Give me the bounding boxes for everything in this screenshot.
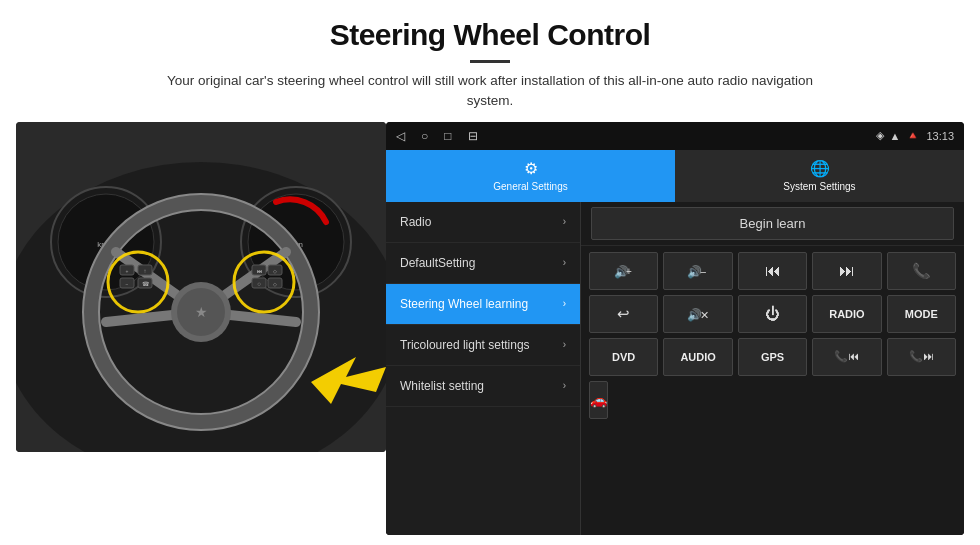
svg-text:◇: ◇ [273,268,277,274]
back-nav-btn[interactable]: ◁ [396,129,405,143]
menu-item-steering-label: Steering Wheel learning [400,297,563,311]
menu-item-whitelist-label: Whitelist setting [400,379,563,393]
begin-learn-row: Begin learn [581,202,964,246]
menu-nav-btn[interactable]: ⊟ [468,129,478,143]
mute-btn[interactable]: 🔊✕ [663,295,732,333]
status-icons: ◈ ▲ 🔺 13:13 [876,129,954,142]
tab-general-label: General Settings [493,181,568,192]
menu-item-default-label: DefaultSetting [400,256,563,270]
steering-wheel-image: km/h rpm [16,122,386,452]
svg-text:◇: ◇ [273,281,277,287]
page-container: Steering Wheel Control Your original car… [0,0,980,545]
tab-bar: ⚙ General Settings 🌐 System Settings [386,150,964,202]
phone-btn[interactable]: 📞 [887,252,956,290]
wifi-icon: 🔺 [906,129,920,142]
phone-prev-btn[interactable]: 📞⏮ [812,338,881,376]
menu-item-radio[interactable]: Radio › [386,202,580,243]
svg-text:☎: ☎ [142,281,150,287]
content-area: km/h rpm [0,122,980,546]
right-panel: Begin learn 🔊+ 🔊− [581,202,964,536]
next-track-btn[interactable]: ⏭ [812,252,881,290]
nav-buttons: ◁ ○ □ ⊟ [396,129,478,143]
device-screen: ◁ ○ □ ⊟ ◈ ▲ 🔺 13:13 ⚙ General Settings [386,122,964,536]
status-bar: ◁ ○ □ ⊟ ◈ ▲ 🔺 13:13 [386,122,964,150]
chevron-icon-radio: › [563,216,566,227]
menu-item-radio-label: Radio [400,215,563,229]
begin-learn-button[interactable]: Begin learn [591,207,954,240]
title-divider [470,60,510,63]
vol-up-btn[interactable]: 🔊+ [589,252,658,290]
tab-system-settings[interactable]: 🌐 System Settings [675,150,964,202]
svg-text:○: ○ [257,281,261,287]
home-nav-btn[interactable]: ○ [421,129,428,143]
phone-next-btn[interactable]: 📞⏭ [887,338,956,376]
menu-list: Radio › DefaultSetting › Steering Wheel … [386,202,581,536]
svg-text:★: ★ [195,304,208,320]
menu-item-tricoloured-label: Tricoloured light settings [400,338,563,352]
tab-system-label: System Settings [783,181,855,192]
control-row-2: ↩ 🔊✕ ⏻ RADIO MO [589,295,956,333]
svg-text:−: − [700,266,706,278]
tab-general-settings[interactable]: ⚙ General Settings [386,150,675,202]
svg-text:↑: ↑ [144,268,147,274]
return-btn[interactable]: ↩ [589,295,658,333]
svg-text:+: + [626,266,632,277]
header-section: Steering Wheel Control Your original car… [0,0,980,122]
system-settings-icon: 🌐 [810,159,830,178]
prev-track-btn[interactable]: ⏮ [738,252,807,290]
control-grid: 🔊+ 🔊− ⏮ ⏭ 📞 [581,246,964,425]
audio-btn[interactable]: AUDIO [663,338,732,376]
svg-text:⏮: ⏮ [257,268,262,274]
clock: 13:13 [926,130,954,142]
menu-item-default-setting[interactable]: DefaultSetting › [386,243,580,284]
menu-item-whitelist[interactable]: Whitelist setting › [386,366,580,407]
chevron-icon-default: › [563,257,566,268]
gps-btn[interactable]: GPS [738,338,807,376]
mode-btn[interactable]: MODE [887,295,956,333]
svg-text:✕: ✕ [700,309,709,321]
screen-body: Radio › DefaultSetting › Steering Wheel … [386,202,964,536]
control-row-1: 🔊+ 🔊− ⏮ ⏭ 📞 [589,252,956,290]
control-row-4: 🚗 [589,381,956,419]
page-subtitle: Your original car's steering wheel contr… [150,71,830,112]
menu-item-steering-wheel[interactable]: Steering Wheel learning › [386,284,580,325]
whitelist-icon-btn[interactable]: 🚗 [589,381,608,419]
radio-btn[interactable]: RADIO [812,295,881,333]
chevron-icon-steering: › [563,298,566,309]
dvd-btn[interactable]: DVD [589,338,658,376]
svg-text:−: − [126,281,129,287]
location-icon: ◈ [876,129,884,142]
menu-item-tricoloured[interactable]: Tricoloured light settings › [386,325,580,366]
recents-nav-btn[interactable]: □ [444,129,451,143]
svg-text:+: + [126,268,129,274]
chevron-icon-whitelist: › [563,380,566,391]
chevron-icon-tricoloured: › [563,339,566,350]
vol-down-btn[interactable]: 🔊− [663,252,732,290]
gear-settings-icon: ⚙ [524,159,538,178]
control-row-3: DVD AUDIO GPS 📞⏮ [589,338,956,376]
power-btn[interactable]: ⏻ [738,295,807,333]
page-title: Steering Wheel Control [60,18,920,52]
signal-icon: ▲ [890,130,901,142]
